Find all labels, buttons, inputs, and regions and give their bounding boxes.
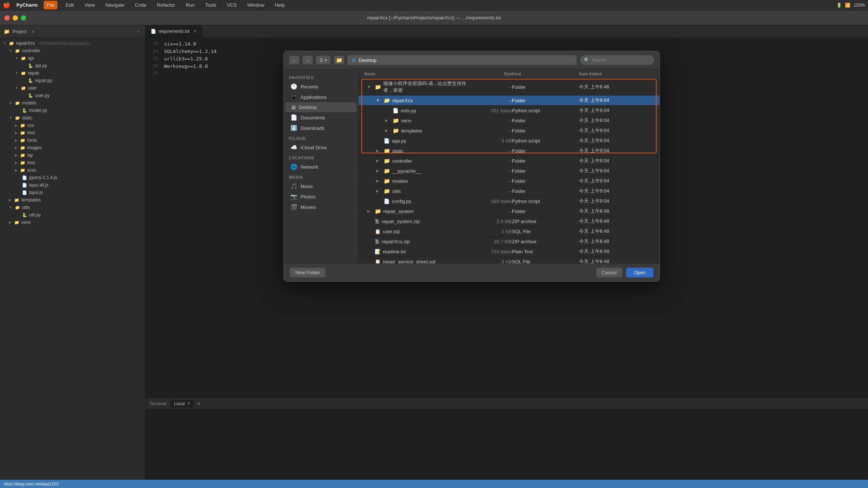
folder-icon: 📁 (384, 158, 390, 164)
file-row-controller[interactable]: ▶ 📁 controller -- Folder 今天 上午9:04 (358, 156, 660, 166)
tree-item-controller[interactable]: ▼ 📁 controller (0, 47, 145, 54)
tree-item-images[interactable]: ▶ 📁 images (0, 144, 145, 151)
tree-item-user-py[interactable]: 🐍 user.py (0, 92, 145, 99)
new-folder-icon-button[interactable]: 📁 (334, 56, 344, 65)
new-folder-button[interactable]: New Folder (290, 268, 326, 278)
tree-item-fonts[interactable]: ▶ 📁 fonts (0, 137, 145, 144)
sidebar-item-desktop[interactable]: 🖥 Desktop (285, 102, 356, 112)
tree-item-repair[interactable]: ▼ 📁 repair (0, 69, 145, 77)
tree-item-templates[interactable]: ▶ 📁 templates (0, 196, 145, 204)
sidebar-item-documents[interactable]: 📄 Documents (285, 112, 356, 123)
tree-item-models[interactable]: ▼ 📁 models (0, 99, 145, 107)
tab-close-icon[interactable]: ✕ (193, 29, 196, 34)
add-icon[interactable]: ＋ (135, 28, 141, 35)
menu-refactor[interactable]: Refactor (155, 1, 177, 9)
tree-item-static[interactable]: ▼ 📁 static (0, 114, 145, 122)
tree-item-utils[interactable]: ▼ 📁 utils (0, 204, 145, 211)
tree-item-layui[interactable]: 📄 layui.js (0, 189, 145, 196)
cancel-button[interactable]: Cancel (596, 268, 622, 278)
terminal-add-button[interactable]: + (197, 400, 200, 407)
file-row-venv[interactable]: ▶ 📁 venv -- Folder 今天 上午9:04 (358, 116, 660, 126)
expand-icon[interactable]: ▶ (367, 209, 372, 213)
sidebar-item-music[interactable]: 🎵 Music (285, 181, 356, 191)
sidebar-item-network[interactable]: 🌐 Network (285, 162, 356, 172)
tree-item-model-py[interactable]: 🐍 model.py (0, 107, 145, 114)
file-row-repairXcx-zip[interactable]: 🗜 repairXcx.zip 29.7 MB ZIP archive 今天 上… (358, 237, 660, 247)
terminal-content[interactable] (145, 409, 868, 480)
tree-item-layui-all[interactable]: 📄 layui.all.js (0, 181, 145, 189)
tree-item-user[interactable]: ▼ 📁 user (0, 84, 145, 92)
file-row-pycache[interactable]: ▶ 📁 __pycache__ -- Folder 今天 上午9:04 (358, 166, 660, 176)
expand-icon[interactable]: ▼ (376, 98, 381, 102)
menu-tools[interactable]: Tools (203, 1, 218, 9)
maximize-button[interactable] (21, 15, 26, 21)
sidebar-item-icloud[interactable]: ☁️ iCloud Drive (285, 142, 356, 153)
sidebar-item-applications[interactable]: 📱 Applications (285, 92, 356, 102)
menu-vcs[interactable]: VCS (224, 1, 239, 9)
location-dropdown-icon[interactable]: ⌃ (569, 58, 573, 63)
file-row-exts-py[interactable]: 📄 exts.py 201 bytes Python script 今天 上午9… (358, 106, 660, 116)
dropdown-icon[interactable]: ▼ (31, 29, 35, 34)
sidebar-item-movies[interactable]: 🎬 Movies (285, 202, 356, 212)
expand-icon[interactable]: ▶ (376, 159, 381, 163)
file-row-app-py[interactable]: 📄 app.py 3 KB Python script 今天 上午9:04 (358, 136, 660, 146)
tree-item-less[interactable]: ▶ 📁 less (0, 159, 145, 166)
minimize-button[interactable] (13, 15, 18, 21)
tree-item-repair-py[interactable]: 🐍 repair.py (0, 77, 145, 84)
expand-icon[interactable]: ▶ (385, 129, 390, 132)
sidebar-item-recents[interactable]: 🕐 Recents (285, 81, 356, 92)
forward-button[interactable]: › (302, 56, 313, 65)
menu-code[interactable]: Code (133, 1, 149, 9)
file-row-user-sql[interactable]: 📋 user.sql 2 KB SQL File 今天 上午8:48 (358, 226, 660, 237)
menu-view[interactable]: View (82, 1, 97, 9)
terminal-close-icon[interactable]: ✕ (187, 401, 190, 406)
sidebar-item-photos[interactable]: 📷 Photos (285, 191, 356, 202)
expand-icon[interactable]: ▶ (385, 119, 390, 122)
tree-item-api-py[interactable]: 🐍 api.py (0, 62, 145, 69)
tree-item-api[interactable]: ▼ 📁 api (0, 54, 145, 62)
folder-icon: 📁 (20, 137, 26, 143)
menu-navigate[interactable]: Navigate (103, 1, 126, 9)
file-row-models[interactable]: ▶ 📁 models -- Folder 今天 上午9:04 (358, 176, 660, 186)
tree-item-lay[interactable]: ▶ 📁 lay (0, 151, 145, 159)
location-bar[interactable]: 🖥 Desktop ⌃ (347, 55, 577, 65)
expand-icon[interactable]: ▶ (376, 149, 381, 153)
expand-icon[interactable]: ▶ (376, 169, 381, 173)
clock: 100% (853, 3, 865, 8)
tree-item-jquery[interactable]: 📄 jquery-2.1.4.js (0, 174, 145, 181)
menu-file[interactable]: File (44, 1, 57, 9)
tab-requrements[interactable]: 📄 requrements.txt ✕ (145, 25, 202, 38)
file-row-templates[interactable]: ▶ 📁 templates -- Folder 今天 上午9:04 (358, 126, 660, 136)
tree-item-util-py[interactable]: 🐍 util.py (0, 211, 145, 219)
file-row-static[interactable]: ▶ 📁 static -- Folder 今天 上午9:04 (358, 146, 660, 156)
search-bar[interactable]: 🔍 Search (580, 55, 654, 65)
menu-run[interactable]: Run (183, 1, 197, 9)
expand-icon[interactable]: ▶ (376, 179, 381, 183)
tree-item-venv[interactable]: ▶ 📁 venv (0, 219, 145, 226)
file-row-repair-service-sheet[interactable]: 📋 repair_service_sheet.sql 3 KB SQL File… (358, 257, 660, 263)
back-button[interactable]: ‹ (289, 56, 299, 65)
view-options-button[interactable]: ☰ ▾ (316, 56, 331, 65)
file-row-repair-system[interactable]: ▶ 📁 repair_system -- Folder 今天 上午8:48 (358, 206, 660, 216)
menu-edit[interactable]: Edit (63, 1, 76, 9)
chevron-right-icon: ▶ (15, 138, 18, 142)
expand-icon[interactable]: ▶ (376, 189, 381, 193)
tree-item-css[interactable]: ▶ 📁 css (0, 122, 145, 129)
close-button[interactable] (4, 15, 10, 21)
file-row-readme-txt[interactable]: 📝 readme.txt 703 bytes Plain Text 今天 上午8… (358, 247, 660, 257)
tree-item-font[interactable]: ▶ 📁 font (0, 129, 145, 137)
file-row-config-py[interactable]: 📄 config.py 569 bytes Python script 今天 上… (358, 196, 660, 206)
tree-item-scss[interactable]: ▶ 📁 scss (0, 166, 145, 174)
file-row-repair-system-zip[interactable]: 🗜 repair_system.zip 2.8 MB ZIP archive 今… (358, 216, 660, 226)
apple-menu[interactable]: 🍎 (3, 1, 10, 9)
menu-help[interactable]: Help (273, 1, 287, 9)
terminal-tab-local[interactable]: Local ✕ (170, 400, 194, 407)
file-row-main-folder[interactable]: ▼ 📁 报修小程序全部源码-请...论点赞支持作者，谢谢 -- Folder 今… (358, 79, 660, 96)
file-row-utils[interactable]: ▶ 📁 utils -- Folder 今天 上午9:04 (358, 186, 660, 196)
sidebar-item-downloads[interactable]: ⬇️ Downloads (285, 123, 356, 133)
open-button[interactable]: Open (626, 268, 654, 278)
menu-window[interactable]: Window (245, 1, 267, 9)
expand-icon[interactable]: ▼ (367, 85, 372, 89)
tree-item-repairXcx[interactable]: ▼ 📁 repairXcx ~/PycharmProjects/repairXc… (0, 40, 145, 47)
file-row-repairXcx[interactable]: ▼ 📁 repairXcx -- Folder 今天 上午9:04 (358, 96, 660, 106)
